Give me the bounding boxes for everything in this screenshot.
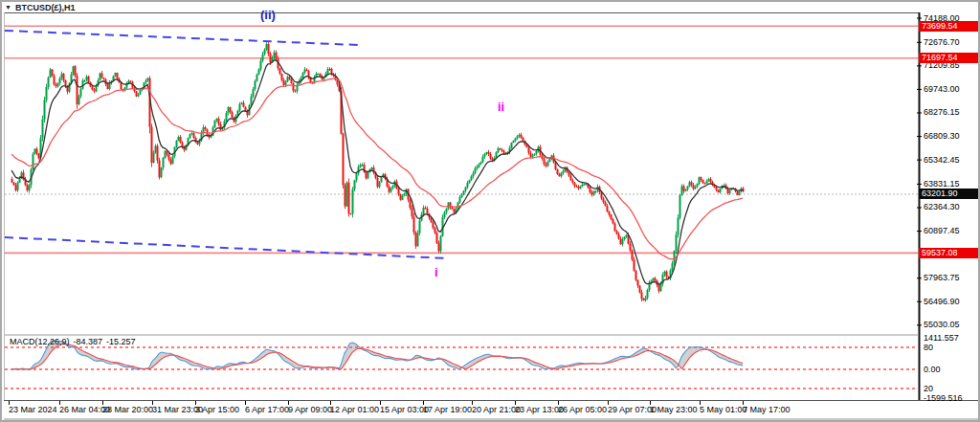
time-axis-label: 23 Apr 13:00 <box>515 405 564 414</box>
price-axis-tick-label: 63831.15 <box>924 180 960 189</box>
price-line-badge: 71697.54 <box>919 53 980 63</box>
price-axis-tick-label: 60897.45 <box>924 227 960 235</box>
time-axis-label: 17 Apr 19:00 <box>423 405 472 414</box>
wave-annotation-i[interactable]: i <box>434 266 438 278</box>
up-candle-wicks <box>18 42 742 301</box>
time-axis-label: 23 Mar 2024 <box>9 405 57 414</box>
price-line-badge: 73699.54 <box>919 21 980 32</box>
macd-axis-label: 0.00 <box>924 366 941 374</box>
time-axis-label: 26 Apr 05:00 <box>558 405 607 414</box>
chart-window: ▼ BTCUSD(£),H1 MACD(12,26,9)-84.387-15.2… <box>0 0 980 422</box>
time-axis-label: 15 Apr 03:00 <box>380 405 429 414</box>
up-candle-bodies <box>18 44 742 300</box>
time-axis-label: 5 May 01:00 <box>700 405 747 414</box>
price-line-badge: 59537.08 <box>919 248 980 258</box>
time-axis-label: 6 Apr 17:00 <box>245 405 289 414</box>
macd-axis-label: 20 <box>924 385 933 393</box>
wave-annotation-ii[interactable]: (ii) <box>260 9 276 21</box>
trendline-upper-channel[interactable] <box>5 31 358 45</box>
trendline-lower-channel[interactable] <box>5 237 447 258</box>
price-axis-tick-label: 69743.00 <box>924 85 960 94</box>
time-axis-label: 28 Mar 20:00 <box>102 405 153 414</box>
time-axis-label: 1 May 23:00 <box>650 405 698 414</box>
time-axis-label: 12 Apr 01:00 <box>330 405 379 414</box>
macd-axis-label: 1411.557 <box>924 334 959 343</box>
price-axis-tick-label: 62364.30 <box>924 203 960 211</box>
current-price-badge: 63201.90 <box>919 189 980 199</box>
time-axis-label: 9 Apr 09:00 <box>288 405 332 414</box>
time-axis-label: 7 May 17:00 <box>743 405 791 414</box>
macd-indicator-label: MACD(12,26,9)-84.387-15.257 <box>10 337 140 346</box>
price-axis-tick-label: 66809.30 <box>924 132 960 141</box>
price-chart-canvas[interactable] <box>2 2 980 422</box>
macd-axis-label: -1599.516 <box>924 394 963 403</box>
macd-name: MACD(12,26,9) <box>10 337 70 346</box>
macd-signal-value: -15.257 <box>106 337 136 346</box>
price-axis-tick-label: 56496.90 <box>924 298 960 306</box>
moving-average-slow[interactable] <box>11 78 743 258</box>
time-axis-label: 3 Apr 15:00 <box>195 405 239 414</box>
price-axis-tick-label: 72676.70 <box>924 38 960 47</box>
price-axis-tick-label: 57963.75 <box>924 274 960 282</box>
price-axis-tick-label: 65342.45 <box>924 156 960 165</box>
price-axis-tick-label: 68276.15 <box>924 108 960 117</box>
wave-annotation-ii[interactable]: ii <box>498 100 504 113</box>
time-axis-label: 20 Apr 21:00 <box>472 405 521 414</box>
macd-value: -84.387 <box>74 337 103 346</box>
price-axis-tick-label: 55030.05 <box>924 321 960 329</box>
macd-axis-label: 80 <box>924 344 933 352</box>
